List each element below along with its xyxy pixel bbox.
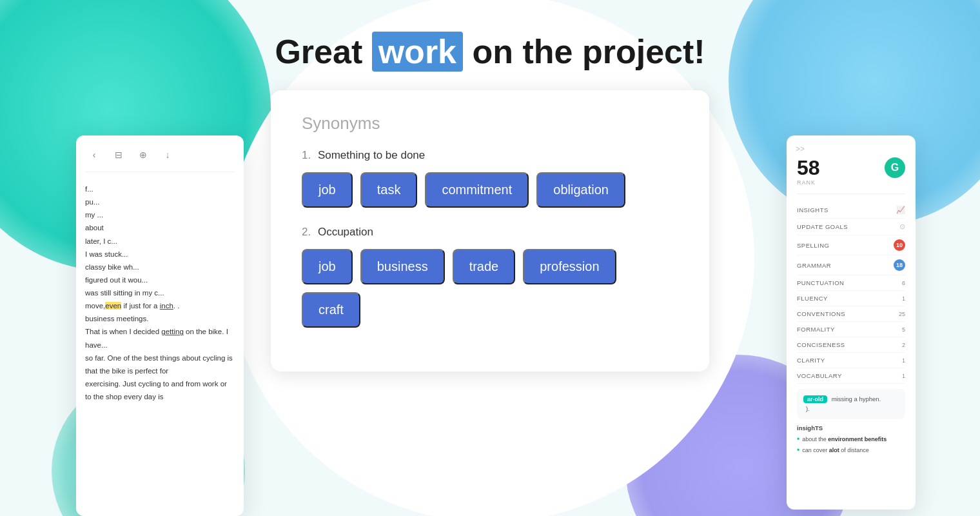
rank-number: 58 [797, 157, 820, 178]
menu-item-vocabulary[interactable]: VOCABULARY 1 [797, 368, 905, 384]
text-line: pu... [85, 195, 235, 208]
rank-section: 58 RANK G [797, 157, 905, 194]
menu-item-clarity[interactable]: CLARITY 1 [797, 353, 905, 368]
rank-block: 58 RANK [797, 157, 820, 186]
menu-item-formality[interactable]: FORMALITY 5 [797, 322, 905, 337]
tag-job-1[interactable]: job [302, 172, 353, 208]
tag-business[interactable]: business [360, 249, 445, 284]
bullet-dot: • [797, 435, 799, 443]
conciseness-label: CONCISENESS [797, 341, 845, 348]
grammar-badge: 18 [894, 259, 905, 271]
add-icon[interactable]: ⊕ [134, 146, 152, 164]
section-1-tags: job task commitment obligation [302, 172, 678, 208]
spelling-label: SPELLING [797, 242, 829, 249]
update-goals-label: UPDATE GOALS [797, 223, 848, 230]
menu-item-update-goals[interactable]: UPDATE GOALS ⊙ [797, 219, 905, 235]
goals-icon: ⊙ [899, 223, 905, 231]
menu-item-grammar[interactable]: GRAMMAR 18 [797, 255, 905, 275]
alert-tag: ar-old [803, 395, 827, 403]
alert-sub: ). [806, 405, 810, 412]
back-icon[interactable]: ‹ [85, 146, 103, 164]
text-line: business meetings. [85, 312, 235, 325]
text-line: move,even if just for a inch. . [85, 299, 235, 312]
alert-box: ar-old missing a hyphen. ). [797, 389, 905, 419]
text-line: my ... [85, 208, 235, 221]
menu-item-conventions[interactable]: CONVENTIONS 25 [797, 306, 905, 322]
tag-craft[interactable]: craft [302, 292, 360, 328]
download-icon[interactable]: ↓ [159, 146, 177, 164]
text-line: exercising. Just cycling to and from wor… [85, 377, 235, 403]
synonyms-title: Synonyms [302, 114, 678, 134]
text-line: I was stuck... [85, 248, 235, 261]
synonym-card: Synonyms 1. Something to be done job tas… [271, 90, 709, 372]
insights-icon: 📈 [896, 206, 905, 214]
clarity-label: CLARITY [797, 357, 825, 364]
fluency-badge: 1 [902, 295, 905, 302]
text-line: That is when I decided getting on the bi… [85, 325, 235, 351]
tag-task[interactable]: task [360, 172, 418, 208]
alert-message: missing a hyphen. [832, 395, 881, 402]
punctuation-badge: 6 [902, 280, 905, 286]
tag-trade[interactable]: trade [453, 249, 516, 284]
conventions-label: CONVENTIONS [797, 310, 845, 317]
menu-item-insights[interactable]: INSIGHTS 📈 [797, 202, 905, 219]
left-editor-panel: ‹ ⊟ ⊕ ↓ f... pu... my ... about later, I… [76, 135, 244, 516]
section-2-number: 2. [302, 226, 311, 238]
bullet-text: about the environment benefits [802, 435, 887, 444]
tag-commitment[interactable]: commitment [425, 172, 529, 208]
vocabulary-label: VOCABULARY [797, 372, 842, 379]
inbox-icon[interactable]: ⊟ [110, 146, 128, 164]
menu-item-fluency[interactable]: FLUENCY 1 [797, 291, 905, 306]
vocabulary-badge: 1 [902, 373, 905, 379]
fluency-label: FLUENCY [797, 295, 828, 302]
tag-job-2[interactable]: job [302, 249, 353, 284]
tag-obligation[interactable]: obligation [536, 172, 625, 208]
forward-icon[interactable]: >> [796, 144, 805, 154]
bullet-environment: • about the environment benefits [797, 435, 905, 444]
rank-label: RANK [797, 179, 820, 186]
text-line: so far. One of the best things about cyc… [85, 352, 235, 377]
grammarly-logo: G [885, 157, 905, 178]
formality-badge: 5 [902, 326, 905, 333]
bullet-dot: • [797, 446, 799, 454]
synonym-section-2: 2. Occupation job business trade profess… [302, 226, 678, 328]
text-line: was still sitting in my c... [85, 286, 235, 299]
menu-item-conciseness[interactable]: CONCISENESS 2 [797, 337, 905, 353]
conventions-badge: 25 [899, 311, 905, 317]
editor-text: f... pu... my ... about later, I c... I … [85, 183, 235, 403]
section-2-tags: job business trade profession craft [302, 249, 678, 328]
right-insights-panel: >> 58 RANK G INSIGHTS 📈 UPDATE GOALS ⊙ S… [787, 135, 916, 510]
section-2-label: 2. Occupation [302, 226, 678, 239]
menu-item-punctuation[interactable]: PUNCTUATION 6 [797, 275, 905, 291]
text-line: classy bike wh... [85, 261, 235, 273]
insights-section-title: insighTS [797, 424, 905, 432]
punctuation-label: PUNCTUATION [797, 279, 844, 286]
text-line: later, I c... [85, 235, 235, 248]
spelling-badge: 10 [894, 239, 905, 251]
section-1-label: 1. Something to be done [302, 149, 678, 162]
section-1-number: 1. [302, 149, 311, 161]
text-line: about [85, 221, 235, 234]
bullet-text: can cover alot of distance [802, 446, 869, 455]
bullet-distance: • can cover alot of distance [797, 446, 905, 455]
menu-item-spelling[interactable]: SPELLING 10 [797, 235, 905, 255]
tag-profession[interactable]: profession [523, 249, 616, 284]
insights-label: INSIGHTS [797, 206, 828, 213]
text-line: figured out it wou... [85, 273, 235, 286]
conciseness-badge: 2 [902, 342, 905, 348]
synonym-section-1: 1. Something to be done job task commitm… [302, 149, 678, 208]
text-line: f... [85, 183, 235, 195]
grammar-label: GRAMMAR [797, 262, 831, 269]
editor-toolbar: ‹ ⊟ ⊕ ↓ [85, 146, 235, 172]
formality-label: FORMALITY [797, 326, 835, 333]
clarity-badge: 1 [902, 357, 905, 364]
